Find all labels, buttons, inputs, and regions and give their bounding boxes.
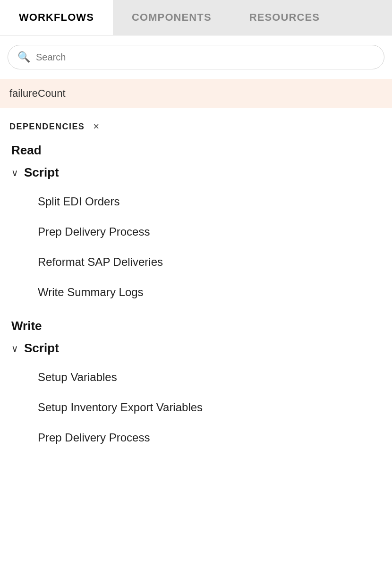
write-section: Write ∨ Script Setup Variables Setup Inv… [9,319,383,453]
read-section: Read ∨ Script Split EDI Orders Prep Deli… [9,143,383,307]
write-section-label: Write [9,319,383,333]
search-container: 🔍 [0,35,392,79]
list-item[interactable]: Split EDI Orders [38,187,383,217]
dependencies-label: DEPENDENCIES [9,122,85,132]
list-item[interactable]: Write Summary Logs [38,277,383,307]
search-box: 🔍 [8,45,384,69]
list-item[interactable]: Prep Delivery Process [38,217,383,247]
read-chevron-icon: ∨ [11,167,18,178]
read-section-label: Read [9,143,383,158]
dependencies-section: DEPENDENCIES × Read ∨ Script Split EDI O… [0,108,392,453]
tab-components[interactable]: COMPONENTS [113,0,230,35]
write-chevron-icon: ∨ [11,343,18,354]
tab-resources[interactable]: RESOURCES [230,0,339,35]
list-item[interactable]: Prep Delivery Process [38,423,383,453]
read-script-items: Split EDI Orders Prep Delivery Process R… [9,187,383,307]
list-item[interactable]: Setup Inventory Export Variables [38,392,383,423]
read-script-label: Script [24,165,59,180]
search-icon: 🔍 [17,51,30,63]
write-script-label: Script [24,341,59,356]
failure-count-text: failureCount [9,87,66,99]
close-dependencies-button[interactable]: × [93,121,99,132]
tab-workflows[interactable]: WORKFLOWS [0,0,113,35]
dependencies-header: DEPENDENCIES × [9,121,383,132]
list-item[interactable]: Reformat SAP Deliveries [38,247,383,277]
read-script-row[interactable]: ∨ Script [9,165,383,180]
list-item[interactable]: Setup Variables [38,362,383,392]
failure-count-banner: failureCount [0,79,392,108]
write-script-row[interactable]: ∨ Script [9,341,383,356]
write-script-items: Setup Variables Setup Inventory Export V… [9,362,383,453]
search-input[interactable] [36,52,375,63]
tab-bar: WORKFLOWS COMPONENTS RESOURCES [0,0,392,35]
